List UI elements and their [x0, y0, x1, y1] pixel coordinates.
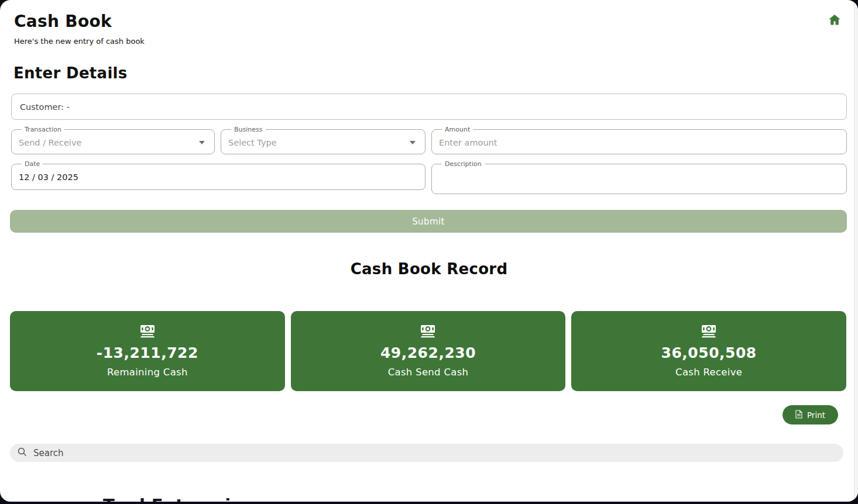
remaining-cash-card: -13,211,722 Remaining Cash	[10, 311, 285, 391]
page-subtitle: Here's the new entry of cash book	[14, 37, 844, 46]
business-select[interactable]: Business Select Type	[221, 126, 425, 154]
app-window: Cash Book Here's the new entry of cash b…	[0, 0, 858, 502]
customer-field[interactable]: Customer: -	[11, 94, 847, 120]
print-button-label: Print	[807, 410, 825, 420]
banknote-stack-icon	[419, 325, 437, 339]
record-heading: Cash Book Record	[0, 260, 858, 278]
amount-field[interactable]: Amount	[431, 126, 847, 154]
submit-button[interactable]: Submit	[10, 210, 847, 233]
scrollbar[interactable]	[854, 0, 858, 502]
caret-down-icon	[410, 141, 416, 144]
page-title: Cash Book	[14, 12, 844, 31]
transaction-value: Send / Receive	[19, 138, 81, 147]
cash-receive-label: Cash Receive	[675, 367, 742, 378]
date-value: 12 / 03 / 2025	[19, 172, 78, 182]
business-value: Select Type	[228, 138, 277, 147]
banknote-stack-icon	[139, 325, 156, 339]
summary-cards: -13,211,722 Remaining Cash 49,262,230 Ca…	[10, 311, 846, 391]
date-label: Date	[22, 161, 43, 167]
customer-field-value: Customer: -	[20, 102, 70, 112]
print-button[interactable]: Print	[783, 405, 838, 424]
home-icon	[828, 18, 842, 29]
magnifier-icon	[18, 447, 27, 459]
description-input[interactable]	[439, 172, 839, 182]
banknote-stack-icon	[700, 325, 718, 339]
cash-receive-card: 36,050,508 Cash Receive	[571, 311, 846, 391]
header: Cash Book Here's the new entry of cash b…	[0, 0, 858, 46]
date-field[interactable]: Date 12 / 03 / 2025	[11, 161, 425, 190]
document-icon	[795, 410, 802, 420]
transaction-label: Transaction	[22, 126, 64, 133]
cash-send-value: 49,262,230	[380, 344, 476, 361]
remaining-cash-value: -13,211,722	[97, 344, 198, 361]
transaction-select[interactable]: Transaction Send / Receive	[11, 126, 215, 154]
cash-send-card: 49,262,230 Cash Send Cash	[291, 311, 566, 391]
enterprise-heading-clipped: Trad Enterprise	[103, 495, 253, 502]
search-input[interactable]	[32, 447, 836, 459]
amount-input[interactable]	[439, 138, 839, 147]
amount-label: Amount	[442, 126, 473, 133]
cash-receive-value: 36,050,508	[661, 344, 757, 361]
home-button[interactable]	[828, 13, 842, 27]
description-field[interactable]: Description	[431, 161, 847, 194]
description-label: Description	[442, 161, 485, 167]
remaining-cash-label: Remaining Cash	[107, 367, 188, 378]
caret-down-icon	[199, 141, 205, 144]
enter-details-heading: Enter Details	[13, 64, 844, 82]
business-label: Business	[231, 126, 266, 133]
entry-form: Customer: - Transaction Send / Receive B…	[11, 94, 847, 194]
search-bar[interactable]	[10, 444, 843, 462]
cash-send-label: Cash Send Cash	[388, 367, 469, 378]
print-row: Print	[0, 405, 838, 424]
